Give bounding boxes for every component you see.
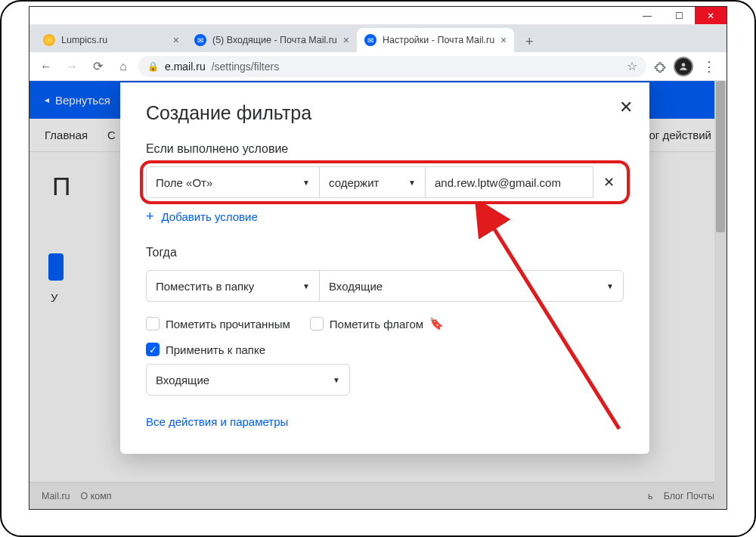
profile-avatar[interactable]	[674, 57, 693, 76]
page-content: ◂ Вернуться Главная С Лог действий П У M…	[29, 81, 727, 509]
browser-window: — ☐ ✕ Lumpics.ru × ✉ (5) Входящие - Почт…	[29, 6, 727, 510]
chevron-down-icon: ▼	[606, 282, 614, 290]
condition-operator-select[interactable]: содержит ▼	[320, 166, 426, 198]
reload-button[interactable]: ⟳	[87, 56, 108, 77]
tab-close-icon[interactable]: ×	[343, 34, 349, 46]
bookmark-star-icon[interactable]: ☆	[627, 59, 637, 73]
svg-point-0	[682, 63, 686, 67]
all-actions-link[interactable]: Все действия и параметры	[146, 415, 624, 428]
url-domain: e.mail.ru	[165, 61, 206, 73]
checkbox-checked-icon: ✓	[146, 343, 160, 356]
chevron-down-icon: ▼	[333, 376, 340, 384]
new-tab-button[interactable]: +	[519, 31, 540, 52]
tab-title: (5) Входящие - Почта Mail.ru	[212, 35, 337, 45]
checkbox-row: Пометить прочитанным Пометить флагом 🔖	[146, 317, 624, 331]
tab-lumpics[interactable]: Lumpics.ru ×	[36, 28, 187, 52]
favicon-mail-icon: ✉	[364, 34, 376, 46]
add-condition-label: Добавить условие	[162, 210, 258, 223]
tab-title: Lumpics.ru	[61, 35, 107, 45]
tab-bar: Lumpics.ru × ✉ (5) Входящие - Почта Mail…	[29, 25, 727, 52]
address-bar: ← → ⟳ ⌂ 🔒 e.mail.ru/settings/filters ☆ ⋮	[29, 52, 727, 81]
apply-folder-checkbox[interactable]: ✓ Применить к папке	[146, 343, 624, 356]
tab-inbox[interactable]: ✉ (5) Входящие - Почта Mail.ru ×	[187, 28, 357, 52]
minimize-button[interactable]: —	[631, 7, 663, 24]
flag-icon: 🔖	[429, 317, 444, 331]
action-row: Поместить в папку ▼ Входящие ▼	[146, 270, 624, 302]
tab-settings[interactable]: ✉ Настройки - Почта Mail.ru ×	[357, 28, 514, 52]
extensions-icon[interactable]	[651, 61, 669, 73]
condition-section-label: Если выполнено условие	[146, 142, 624, 156]
select-value: Входящие	[156, 374, 209, 386]
tab-close-icon[interactable]: ×	[500, 34, 507, 46]
condition-field-select[interactable]: Поле «От» ▼	[146, 166, 320, 198]
select-value: Входящие	[329, 280, 383, 293]
favicon-lumpics-icon	[43, 34, 55, 46]
modal-close-button[interactable]: ✕	[619, 98, 633, 117]
chevron-down-icon: ▼	[408, 178, 416, 187]
input-value: and.rew.lptw@gmail.com	[435, 176, 561, 189]
checkbox-icon	[310, 317, 324, 331]
tab-close-icon[interactable]: ×	[173, 34, 179, 46]
mark-flag-checkbox[interactable]: Пометить флагом 🔖	[310, 317, 444, 331]
chevron-down-icon: ▼	[302, 178, 310, 187]
plus-icon: +	[146, 209, 154, 225]
close-window-button[interactable]: ✕	[695, 7, 727, 24]
select-value: содержит	[329, 176, 379, 189]
forward-button[interactable]: →	[61, 56, 82, 77]
maximize-button[interactable]: ☐	[663, 7, 695, 24]
folder-select[interactable]: Входящие ▼	[320, 270, 624, 302]
favicon-mail-icon: ✉	[194, 34, 206, 46]
then-section-label: Тогда	[146, 246, 624, 259]
chevron-down-icon: ▼	[302, 282, 310, 290]
back-button[interactable]: ←	[36, 56, 57, 77]
action-select[interactable]: Поместить в папку ▼	[146, 270, 320, 302]
checkbox-label: Применить к папке	[166, 343, 265, 356]
remove-condition-button[interactable]: ✕	[593, 166, 624, 198]
select-value: Поле «От»	[156, 176, 212, 189]
modal-title: Создание фильтра	[146, 102, 624, 124]
apply-folder-select[interactable]: Входящие ▼	[146, 364, 350, 396]
url-input[interactable]: 🔒 e.mail.ru/settings/filters ☆	[138, 56, 646, 77]
browser-menu-icon[interactable]: ⋮	[698, 58, 720, 75]
lock-icon: 🔒	[147, 61, 159, 72]
select-value: Поместить в папку	[156, 280, 254, 293]
home-button[interactable]: ⌂	[113, 56, 134, 77]
checkbox-label: Пометить прочитанным	[166, 318, 290, 331]
titlebar: — ☐ ✕	[29, 7, 727, 25]
add-condition-button[interactable]: + Добавить условие	[146, 209, 624, 225]
condition-value-input[interactable]: and.rew.lptw@gmail.com	[426, 166, 593, 198]
filter-modal: ✕ Создание фильтра Если выполнено услови…	[120, 82, 649, 454]
url-path: /settings/filters	[212, 61, 279, 73]
condition-row: Поле «От» ▼ содержит ▼ and.rew.lptw@gmai…	[146, 166, 624, 198]
mark-read-checkbox[interactable]: Пометить прочитанным	[146, 317, 290, 331]
checkbox-icon	[146, 317, 160, 331]
checkbox-label: Пометить флагом	[330, 318, 423, 331]
tab-title: Настройки - Почта Mail.ru	[383, 35, 494, 45]
apply-folder-select-wrap: Входящие ▼	[146, 364, 350, 396]
